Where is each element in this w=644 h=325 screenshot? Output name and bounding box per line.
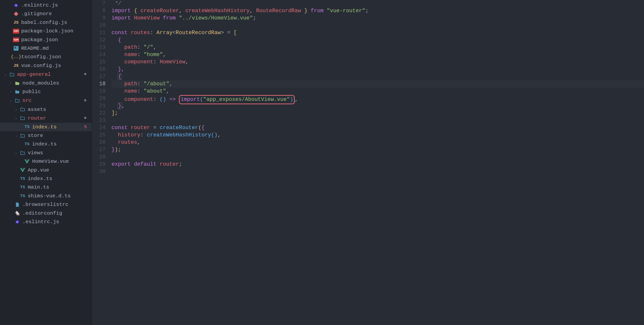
tree-item-views[interactable]: ⌄views	[0, 149, 92, 157]
code-line: {	[112, 37, 644, 44]
code-line: path: "/",	[112, 44, 644, 51]
line-number: 15	[92, 59, 106, 66]
tree-item-app-vue[interactable]: ›App.vue	[0, 166, 92, 174]
typescript-icon: TS	[20, 176, 26, 182]
tree-item-store[interactable]: ⌄store	[0, 131, 92, 140]
file-name-label: HomeView.vue	[32, 158, 90, 165]
file-name-label: assets	[28, 106, 90, 113]
file-icon	[14, 202, 20, 207]
folder-open-icon	[20, 107, 26, 111]
tree-item-package-lock-json[interactable]: ›npmpackage-lock.json	[0, 27, 92, 35]
eslint-icon	[13, 3, 19, 8]
chevron-icon: ⌄	[10, 98, 14, 103]
chevron-icon: ⌄	[15, 133, 19, 138]
file-name-label: router	[28, 115, 84, 122]
line-number: 21	[92, 102, 106, 110]
code-line: export default router;	[112, 161, 644, 168]
typescript-icon: TS	[20, 184, 26, 190]
tree-item-public[interactable]: ›public	[0, 88, 92, 96]
modified-dot-icon: ●	[84, 71, 87, 78]
line-number: 12	[92, 37, 106, 44]
chevron-icon: ⌄	[15, 116, 19, 121]
tree-item-vue-config-js[interactable]: ›JSvue.config.js	[0, 61, 92, 70]
line-number: 17	[92, 73, 106, 80]
file-name-label: app-general	[17, 71, 84, 78]
line-number: 18	[92, 80, 106, 88]
tree-item-readme-md[interactable]: ›M↓README.md	[0, 44, 92, 53]
code-editor[interactable]: 7891011121314151617181920212223242526272…	[92, 0, 644, 325]
tree-item-assets[interactable]: ⌄assets	[0, 105, 92, 114]
tree-item-router[interactable]: ⌄router●	[0, 114, 92, 123]
code-line: routes,	[112, 139, 644, 146]
tree-item-index-ts[interactable]: ›TSindex.ts	[0, 174, 92, 183]
file-name-label: shims-vue.d.ts	[28, 192, 90, 200]
code-line: const routes: Array<RouteRecordRaw> = [	[112, 29, 644, 37]
tree-item-package-json[interactable]: ›npmpackage.json	[0, 36, 92, 44]
code-line: import { createRouter, createWebHashHist…	[112, 7, 644, 15]
error-count-badge: 5	[84, 124, 87, 130]
javascript-icon: JS	[13, 63, 19, 69]
line-number: 28	[92, 153, 106, 161]
line-number: 22	[92, 110, 106, 117]
folder-open-icon	[14, 99, 20, 103]
typescript-icon: TS	[20, 193, 26, 199]
tree-item-node-modules[interactable]: ›node_modules	[0, 79, 92, 88]
code-line: component: HomeView,	[112, 59, 644, 66]
tree-item-shims-vue-d-ts[interactable]: ›TSshims-vue.d.ts	[0, 192, 92, 200]
code-line: name: "about",	[112, 88, 644, 95]
git-icon	[13, 12, 19, 16]
file-name-label: .editorconfig	[22, 210, 90, 217]
file-name-label: README.md	[21, 45, 90, 52]
code-line: component: () => import("app_exposes/Abo…	[112, 95, 644, 102]
file-name-label: index.ts	[28, 175, 90, 182]
tree-item-index-ts[interactable]: ›TSindex.ts5	[0, 123, 92, 131]
code-line: },	[112, 66, 644, 73]
code-line	[112, 168, 644, 175]
line-number: 16	[92, 66, 106, 73]
code-content[interactable]: */ import { createRouter, createWebHashH…	[112, 0, 644, 325]
code-line: history: createWebHashHistory(),	[112, 132, 644, 139]
file-name-label: public	[22, 88, 90, 95]
chevron-icon: ⌄	[4, 72, 8, 77]
line-number: 23	[92, 117, 106, 124]
code-line	[112, 22, 644, 29]
tree-item--browserslistrc[interactable]: ›.browserslistrc	[0, 200, 92, 209]
line-number-gutter: 7891011121314151617181920212223242526272…	[92, 0, 112, 325]
code-line	[112, 153, 644, 161]
tree-item-main-ts[interactable]: ›TSmain.ts	[0, 183, 92, 191]
line-number: 13	[92, 44, 106, 51]
matched-brace: {	[118, 73, 122, 80]
line-number: 8	[92, 7, 106, 15]
tree-item-babel-config-js[interactable]: ›JSbabel.config.js	[0, 18, 92, 27]
folder-icon	[14, 90, 20, 94]
line-number: 9	[92, 15, 106, 22]
chevron-icon: ⌄	[15, 151, 19, 155]
file-tree: ›.eslintrc.js›.gitignore›JSbabel.config.…	[0, 0, 92, 226]
chevron-icon: ›	[10, 81, 14, 86]
file-name-label: babel.config.js	[21, 19, 90, 26]
code-line: ];	[112, 110, 644, 117]
code-line: const router = createRouter({	[112, 124, 644, 132]
line-number: 30	[92, 168, 106, 175]
line-number: 20	[92, 95, 106, 102]
typescript-icon: TS	[24, 124, 30, 130]
tree-item--eslintrc-js[interactable]: ›.eslintrc.js	[0, 1, 92, 10]
javascript-icon: JS	[13, 20, 19, 26]
tree-item-app-general[interactable]: ⌄app-general●	[0, 70, 92, 79]
file-name-label: node_modules	[22, 80, 90, 87]
file-explorer-sidebar[interactable]: ›.eslintrc.js›.gitignore›JSbabel.config.…	[0, 0, 92, 325]
modified-dot-icon: ●	[84, 97, 87, 105]
tree-item--eslintrc-js[interactable]: ›.eslintrc.js	[0, 218, 92, 226]
file-name-label: .gitignore	[21, 10, 90, 17]
code-line: {	[112, 73, 644, 80]
tree-item-homeview-vue[interactable]: ›HomeView.vue	[0, 157, 92, 166]
line-number: 24	[92, 124, 106, 132]
tree-item--gitignore[interactable]: ›.gitignore	[0, 10, 92, 18]
tree-item--editorconfig[interactable]: ›🐁.editorconfig	[0, 209, 92, 218]
folder-open-icon	[9, 73, 15, 77]
eslint-icon	[14, 220, 20, 224]
markdown-icon: M↓	[13, 46, 19, 51]
tree-item-index-ts[interactable]: ›TSindex.ts	[0, 140, 92, 148]
tree-item-src[interactable]: ⌄src●	[0, 96, 92, 105]
tree-item-tsconfig-json[interactable]: ›{..}tsconfig.json	[0, 53, 92, 61]
